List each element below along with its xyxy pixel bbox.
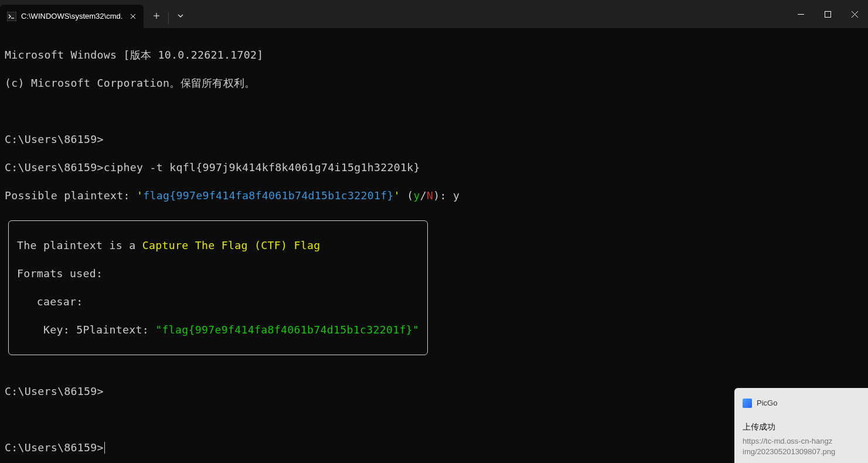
- tabbar-actions: [146, 0, 191, 28]
- key-label: Key: 5Plaintext:: [17, 324, 155, 336]
- tabbar-divider: [168, 12, 169, 24]
- paren-close: ):: [433, 189, 453, 202]
- box-line: Formats used:: [17, 267, 419, 281]
- toast-title: 上传成功: [743, 420, 860, 434]
- flag-value: "flag{997e9f414fa8f4061b74d15b1c32201f}": [155, 324, 419, 336]
- output-line: Possible plaintext: 'flag{997e9f414fa8f4…: [5, 189, 863, 203]
- banner-line: Microsoft Windows [版本 10.0.22621.1702]: [5, 48, 863, 62]
- prompt-prefix: C:\Users\86159>: [5, 161, 104, 173]
- answer: y: [453, 189, 459, 202]
- notification-toast[interactable]: PicGo 上传成功 https://tc-md.oss-cn-hangz im…: [734, 388, 868, 463]
- toast-header: PicGo: [743, 396, 860, 410]
- tab-title: C:\WINDOWS\system32\cmd.: [21, 9, 122, 23]
- prompt-line: C:\Users\86159>: [5, 132, 863, 147]
- toast-app-name: PicGo: [757, 396, 777, 410]
- svg-rect-0: [7, 12, 16, 21]
- command-line: C:\Users\86159>ciphey -t kqfl{997j9k414k…: [5, 161, 863, 175]
- picgo-icon: [743, 399, 752, 408]
- prefix: The plaintext is a: [17, 239, 142, 251]
- paren: (: [400, 189, 414, 202]
- result-box: The plaintext is a Capture The Flag (CTF…: [8, 220, 428, 355]
- tab-dropdown-button[interactable]: [170, 5, 191, 26]
- banner-line: (c) Microsoft Corporation。保留所有权利。: [5, 76, 863, 90]
- toast-body: https://tc-md.oss-cn-hangz img/202305201…: [743, 436, 860, 457]
- tab-close-button[interactable]: [127, 11, 139, 22]
- toast-url-line: https://tc-md.oss-cn-hangz: [743, 436, 860, 447]
- cursor-icon: [104, 442, 105, 454]
- box-line: The plaintext is a Capture The Flag (CTF…: [17, 239, 419, 253]
- maximize-button[interactable]: [814, 0, 841, 28]
- quote: ': [137, 189, 143, 202]
- close-button[interactable]: [841, 0, 868, 28]
- window-controls: [787, 0, 868, 28]
- box-line: Key: 5Plaintext: "flag{997e9f414fa8f4061…: [17, 323, 419, 337]
- prompt-prefix: C:\Users\86159>: [5, 441, 104, 454]
- cmd-icon: [7, 12, 16, 21]
- label: Possible plaintext:: [5, 189, 137, 202]
- slash: /: [420, 189, 427, 202]
- box-line: caesar:: [17, 295, 419, 309]
- yes-option: y: [414, 189, 420, 202]
- quote: ': [394, 189, 400, 202]
- command-text: ciphey -t kqfl{997j9k414kf8k4061g74i15g1…: [104, 161, 420, 173]
- new-tab-button[interactable]: [146, 5, 167, 26]
- svg-rect-7: [825, 11, 830, 17]
- minimize-button[interactable]: [787, 0, 814, 28]
- no-option: N: [427, 189, 433, 202]
- titlebar: C:\WINDOWS\system32\cmd.: [0, 0, 868, 28]
- plaintext-value: flag{997e9f414fa8f4061b74d15b1c32201f}: [143, 189, 394, 202]
- ctf-flag-label: Capture The Flag (CTF) Flag: [142, 239, 321, 251]
- blank-line: [5, 104, 863, 118]
- toast-url-line: img/202305201309807.png: [743, 447, 860, 457]
- tab-active[interactable]: C:\WINDOWS\system32\cmd.: [0, 5, 144, 28]
- blank-line: [5, 356, 863, 370]
